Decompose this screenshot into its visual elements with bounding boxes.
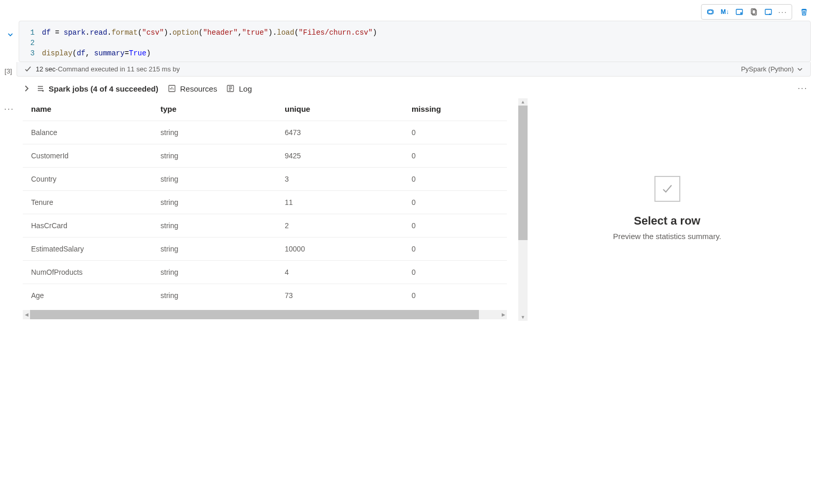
cell-type: string	[152, 261, 276, 284]
col-name[interactable]: name	[23, 98, 152, 121]
convert-markdown-button[interactable]: M↓	[718, 6, 732, 18]
table-row[interactable]: HasCrCardstring20	[23, 214, 507, 238]
language-selector[interactable]: PySpark (Python)	[741, 65, 803, 73]
scroll-up-arrow-icon[interactable]: ▲	[518, 98, 528, 106]
table-row[interactable]: Countrystring30	[23, 168, 507, 191]
expand-chevron-icon[interactable]	[23, 85, 30, 92]
output-more-icon[interactable]: ···	[798, 84, 815, 93]
table-row[interactable]: Tenurestring110	[23, 191, 507, 214]
line-number: 1	[26, 27, 42, 38]
toolbar-group: M↓ ···	[701, 4, 792, 20]
cell-type: string	[152, 168, 276, 191]
cell-missing: 0	[403, 191, 507, 214]
code-line-2	[42, 38, 46, 48]
cell-unique: 11	[276, 191, 403, 214]
chart-icon	[168, 84, 176, 93]
vertical-scrollbar[interactable]: ▲ ▼	[518, 98, 528, 321]
add-cell-icon[interactable]	[762, 6, 775, 18]
preview-placeholder-icon	[654, 176, 680, 202]
table-row[interactable]: NumOfProductsstring40	[23, 261, 507, 284]
clear-output-icon[interactable]	[733, 6, 746, 18]
preview-subtitle: Preview the statistics summary.	[613, 232, 721, 241]
cell-unique: 4	[276, 261, 403, 284]
cell-missing: 0	[403, 284, 507, 307]
cell-unique: 10000	[276, 238, 403, 261]
cell-name: NumOfProducts	[23, 261, 152, 284]
line-number: 2	[26, 38, 42, 48]
cell-unique: 3	[276, 168, 403, 191]
cell-name: CustomerId	[23, 144, 152, 168]
summary-table-container: name type unique missing Balancestring64…	[23, 98, 517, 319]
code-cell-wrapper: 1 df = spark.read.format("csv").option("…	[0, 21, 817, 62]
table-row[interactable]: Agestring730	[23, 284, 507, 307]
line-number: 3	[26, 48, 42, 58]
copy-icon[interactable]	[747, 6, 761, 18]
cell-unique: 6473	[276, 121, 403, 144]
col-missing[interactable]: missing	[403, 98, 507, 121]
output-tabs: Spark jobs (4 of 4 succeeded) Resources …	[0, 77, 817, 98]
cell-name: Tenure	[23, 191, 152, 214]
cell-missing: 0	[403, 238, 507, 261]
cell-name: Balance	[23, 121, 152, 144]
preview-pane: Select a row Preview the statistics summ…	[517, 98, 817, 319]
table-row[interactable]: Balancestring64730	[23, 121, 507, 144]
horizontal-scrollbar[interactable]: ◀ ▶	[23, 310, 507, 319]
summary-table: name type unique missing Balancestring64…	[23, 98, 507, 307]
status-text: Command executed in 11 sec 215 ms by	[58, 65, 180, 73]
execution-count: [3]	[0, 64, 17, 75]
check-icon	[660, 182, 675, 196]
collapse-chevron-icon[interactable]	[7, 31, 14, 38]
col-type[interactable]: type	[152, 98, 276, 121]
execution-status-row: [3] 12 sec - Command executed in 11 sec …	[0, 62, 817, 77]
cell-name: EstimatedSalary	[23, 238, 152, 261]
tab-spark-jobs[interactable]: Spark jobs (4 of 4 succeeded)	[36, 84, 158, 93]
status-bar: 12 sec - Command executed in 11 sec 215 …	[17, 62, 811, 77]
svg-rect-5	[765, 9, 771, 14]
scroll-right-arrow-icon[interactable]: ▶	[500, 312, 507, 317]
cell-toolbar: M↓ ···	[0, 0, 817, 21]
cell-type: string	[152, 121, 276, 144]
cell-type: string	[152, 191, 276, 214]
cell-unique: 9425	[276, 144, 403, 168]
log-icon	[226, 84, 235, 93]
tab-log[interactable]: Log	[226, 84, 252, 93]
cell-type: string	[152, 238, 276, 261]
code-line-3: display(df, summary=True)	[42, 48, 151, 58]
cell-missing: 0	[403, 144, 507, 168]
cell-type: string	[152, 284, 276, 307]
scroll-thumb[interactable]	[30, 310, 479, 319]
table-row[interactable]: CustomerIdstring94250	[23, 144, 507, 168]
chevron-down-icon	[797, 66, 803, 72]
side-more-icon[interactable]: ···	[4, 105, 14, 114]
list-icon	[36, 84, 45, 93]
cell-name: HasCrCard	[23, 214, 152, 238]
cell-type: string	[152, 214, 276, 238]
delete-icon[interactable]	[797, 6, 811, 18]
results-area: name type unique missing Balancestring64…	[0, 98, 817, 319]
cell-missing: 0	[403, 261, 507, 284]
status-duration: 12 sec	[36, 65, 55, 73]
table-row[interactable]: EstimatedSalarystring100000	[23, 238, 507, 261]
cell-missing: 0	[403, 121, 507, 144]
code-line-1: df = spark.read.format("csv").option("he…	[42, 27, 377, 38]
preview-title: Select a row	[634, 214, 700, 228]
scroll-left-arrow-icon[interactable]: ◀	[23, 312, 30, 317]
cell-name: Age	[23, 284, 152, 307]
scroll-down-arrow-icon[interactable]: ▼	[518, 314, 528, 321]
cell-name: Country	[23, 168, 152, 191]
cell-unique: 2	[276, 214, 403, 238]
code-editor[interactable]: 1 df = spark.read.format("csv").option("…	[19, 21, 811, 62]
cell-missing: 0	[403, 168, 507, 191]
tab-resources[interactable]: Resources	[168, 84, 217, 93]
cell-unique: 73	[276, 284, 403, 307]
draft-icon[interactable]	[704, 6, 717, 18]
more-icon[interactable]: ···	[776, 6, 790, 18]
cell-type: string	[152, 144, 276, 168]
check-icon	[24, 66, 32, 73]
col-unique[interactable]: unique	[276, 98, 403, 121]
scroll-thumb[interactable]	[518, 106, 528, 240]
cell-missing: 0	[403, 214, 507, 238]
